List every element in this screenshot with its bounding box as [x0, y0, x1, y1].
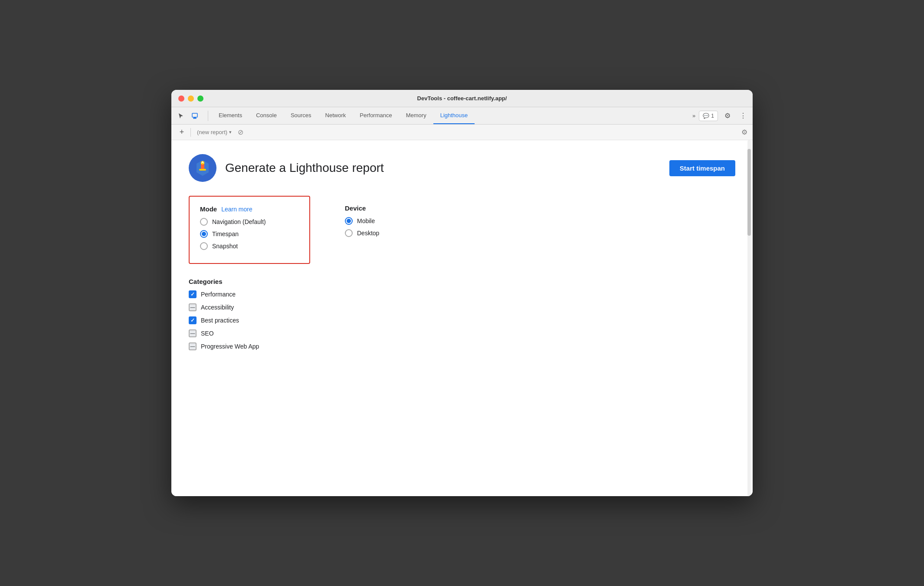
learn-more-link[interactable]: Learn more — [221, 206, 252, 213]
nav-right: 💬 1 ⚙ ⋮ — [699, 110, 749, 122]
maximize-button[interactable] — [197, 95, 203, 102]
traffic-lights — [178, 95, 203, 102]
svg-rect-6 — [199, 169, 206, 171]
svg-rect-2 — [193, 118, 197, 119]
header-row: Generate a Lighthouse report Start times… — [189, 154, 735, 182]
category-performance-checkbox[interactable] — [189, 290, 197, 298]
category-seo-option[interactable]: SEO — [189, 329, 735, 337]
mode-section-title: Mode Learn more — [200, 205, 299, 213]
device-section-title: Device — [345, 204, 432, 212]
device-mobile-radio[interactable] — [345, 217, 353, 225]
category-accessibility-checkbox[interactable] — [189, 303, 197, 311]
toolbar-settings-button[interactable]: ⚙ — [741, 128, 747, 136]
category-best-practices-option[interactable]: Best practices — [189, 316, 735, 324]
page-title: Generate a Lighthouse report — [225, 161, 384, 175]
minimize-button[interactable] — [188, 95, 194, 102]
tab-network[interactable]: Network — [318, 107, 353, 124]
device-mobile-option[interactable]: Mobile — [345, 217, 432, 225]
category-pwa-option[interactable]: Progressive Web App — [189, 342, 735, 350]
mode-snapshot-option[interactable]: Snapshot — [200, 242, 299, 250]
nav-icons — [175, 110, 201, 122]
tab-sources[interactable]: Sources — [284, 107, 318, 124]
inspect-tool-button[interactable] — [189, 110, 201, 122]
category-seo-checkbox[interactable] — [189, 329, 197, 337]
toolbar-divider — [190, 128, 191, 137]
devtools-window: DevTools - coffee-cart.netlify.app/ Elem… — [171, 90, 753, 496]
nav-tabs: Elements Console Sources Network Perform… — [212, 107, 689, 124]
feedback-button[interactable]: 💬 1 — [699, 111, 718, 121]
mode-timespan-radio[interactable] — [200, 230, 208, 238]
category-performance-option[interactable]: Performance — [189, 290, 735, 298]
nav-divider — [208, 111, 208, 121]
close-button[interactable] — [178, 95, 184, 102]
start-timespan-button[interactable]: Start timespan — [669, 160, 735, 176]
svg-rect-1 — [193, 117, 196, 118]
lighthouse-logo — [189, 154, 216, 182]
tab-performance[interactable]: Performance — [353, 107, 399, 124]
device-desktop-radio[interactable] — [345, 229, 353, 237]
scrollbar[interactable] — [747, 140, 751, 496]
mode-timespan-option[interactable]: Timespan — [200, 230, 299, 238]
categories-section: Categories Performance Accessibility Bes… — [189, 278, 735, 350]
header-left: Generate a Lighthouse report — [189, 154, 384, 182]
tab-elements[interactable]: Elements — [212, 107, 249, 124]
mode-navigation-radio[interactable] — [200, 218, 208, 226]
tab-memory[interactable]: Memory — [399, 107, 433, 124]
mode-section: Mode Learn more Navigation (Default) Tim… — [189, 196, 310, 264]
report-dropdown-arrow-icon: ▾ — [229, 129, 232, 135]
config-row: Mode Learn more Navigation (Default) Tim… — [189, 196, 735, 264]
scrollbar-track — [747, 140, 751, 496]
feedback-icon: 💬 — [703, 113, 709, 119]
category-best-practices-checkbox[interactable] — [189, 316, 197, 324]
tab-lighthouse[interactable]: Lighthouse — [433, 107, 475, 124]
add-report-button[interactable]: + — [177, 127, 187, 138]
scrollbar-thumb[interactable] — [747, 149, 751, 236]
report-selector[interactable]: (new report) ▾ — [194, 128, 234, 136]
device-desktop-option[interactable]: Desktop — [345, 229, 432, 237]
svg-rect-0 — [192, 113, 197, 117]
mode-navigation-option[interactable]: Navigation (Default) — [200, 218, 299, 226]
category-pwa-checkbox[interactable] — [189, 342, 197, 350]
toolbar: + (new report) ▾ ⊘ ⚙ — [171, 125, 753, 140]
device-section: Device Mobile Desktop — [345, 196, 432, 264]
more-options-button[interactable]: ⋮ — [737, 110, 749, 122]
devtools-nav: Elements Console Sources Network Perform… — [171, 107, 753, 125]
cancel-report-button[interactable]: ⊘ — [238, 128, 243, 136]
title-bar: DevTools - coffee-cart.netlify.app/ — [171, 90, 753, 107]
category-accessibility-option[interactable]: Accessibility — [189, 303, 735, 311]
window-title: DevTools - coffee-cart.netlify.app/ — [417, 95, 507, 102]
mode-snapshot-radio[interactable] — [200, 242, 208, 250]
settings-button[interactable]: ⚙ — [721, 110, 734, 122]
categories-section-title: Categories — [189, 278, 735, 285]
tab-console[interactable]: Console — [249, 107, 284, 124]
cursor-tool-button[interactable] — [175, 110, 187, 122]
main-content: Generate a Lighthouse report Start times… — [171, 140, 753, 496]
more-tabs-button[interactable]: » — [689, 112, 699, 119]
